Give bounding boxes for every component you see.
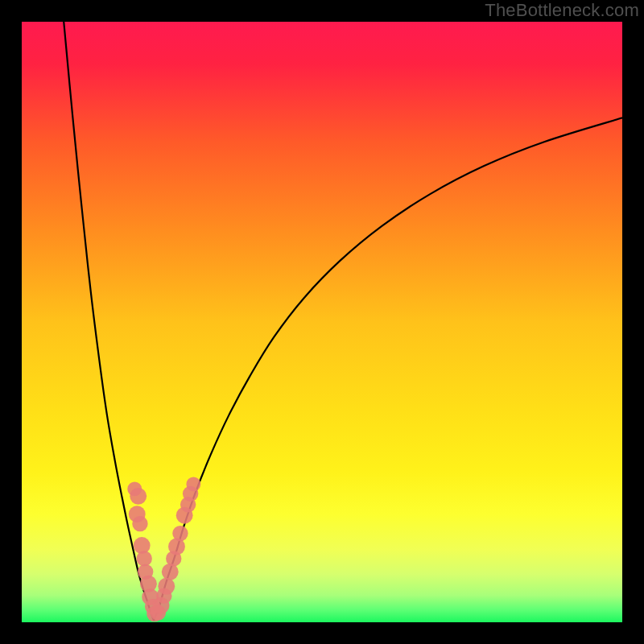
marker-left-cluster (130, 488, 147, 505)
chart-frame: TheBottleneck.com (0, 0, 644, 644)
chart-svg (22, 22, 622, 622)
watermark-text: TheBottleneck.com (485, 0, 639, 21)
marker-left-cluster (136, 551, 151, 566)
marker-right-cluster (186, 477, 200, 491)
marker-right-cluster (172, 526, 188, 541)
marker-left-cluster (132, 516, 147, 531)
marker-right-cluster (158, 578, 175, 595)
gradient-background (22, 22, 622, 622)
